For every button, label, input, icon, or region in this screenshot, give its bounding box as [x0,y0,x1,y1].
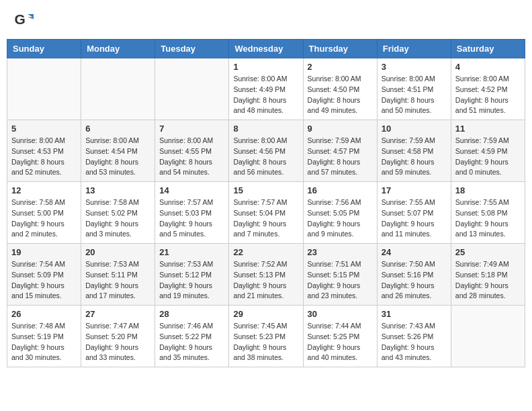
day-number: 28 [159,309,224,319]
day-info: Sunrise: 7:51 AMSunset: 5:15 PMDaylight:… [308,259,373,302]
day-number: 24 [382,247,447,257]
day-number: 1 [233,62,298,72]
day-number: 7 [159,124,224,134]
calendar-day-cell: 2Sunrise: 8:00 AMSunset: 4:50 PMDaylight… [303,58,377,120]
day-info: Sunrise: 7:48 AMSunset: 5:19 PMDaylight:… [11,321,77,363]
day-info: Sunrise: 7:43 AMSunset: 5:26 PMDaylight:… [382,321,447,363]
day-number: 9 [308,124,373,134]
calendar-day-cell: 9Sunrise: 7:59 AMSunset: 4:57 PMDaylight… [303,120,377,182]
day-info: Sunrise: 7:55 AMSunset: 5:08 PMDaylight:… [455,197,521,240]
calendar-day-cell: 14Sunrise: 7:57 AMSunset: 5:03 PMDayligh… [155,182,229,244]
day-number: 2 [308,62,373,72]
day-info: Sunrise: 8:00 AMSunset: 4:52 PMDaylight:… [455,74,521,116]
calendar-week-row: 1Sunrise: 8:00 AMSunset: 4:49 PMDaylight… [7,58,525,120]
day-number: 19 [11,247,77,257]
day-number: 25 [455,247,521,257]
calendar-week-row: 19Sunrise: 7:54 AMSunset: 5:09 PMDayligh… [7,244,525,306]
svg-marker-2 [28,17,34,19]
day-info: Sunrise: 7:57 AMSunset: 5:03 PMDaylight:… [159,197,224,240]
day-number: 13 [85,185,150,195]
day-info: Sunrise: 7:59 AMSunset: 4:59 PMDaylight:… [455,136,521,178]
calendar-day-cell: 23Sunrise: 7:51 AMSunset: 5:15 PMDayligh… [303,244,377,306]
day-number: 17 [382,185,447,195]
day-info: Sunrise: 7:44 AMSunset: 5:25 PMDaylight:… [308,321,373,363]
day-number: 8 [233,124,298,134]
day-info: Sunrise: 7:59 AMSunset: 4:58 PMDaylight:… [382,136,447,178]
calendar-header-row: SundayMondayTuesdayWednesdayThursdayFrid… [7,40,525,58]
day-info: Sunrise: 8:00 AMSunset: 4:56 PMDaylight:… [233,136,298,178]
calendar-day-cell: 20Sunrise: 7:53 AMSunset: 5:11 PMDayligh… [81,244,155,306]
day-info: Sunrise: 8:00 AMSunset: 4:51 PMDaylight:… [382,74,447,116]
calendar-day-cell: 27Sunrise: 7:47 AMSunset: 5:20 PMDayligh… [81,306,155,367]
calendar-day-cell: 16Sunrise: 7:56 AMSunset: 5:05 PMDayligh… [303,182,377,244]
day-number: 5 [11,124,77,134]
day-number: 11 [455,124,521,134]
day-info: Sunrise: 8:00 AMSunset: 4:53 PMDaylight:… [11,136,77,178]
day-info: Sunrise: 7:53 AMSunset: 5:12 PMDaylight:… [159,259,224,302]
day-info: Sunrise: 7:47 AMSunset: 5:20 PMDaylight:… [85,321,150,363]
calendar-week-row: 12Sunrise: 7:58 AMSunset: 5:00 PMDayligh… [7,182,525,244]
day-of-week-header: Thursday [303,40,377,58]
day-number: 3 [382,62,447,72]
day-info: Sunrise: 8:00 AMSunset: 4:50 PMDaylight:… [308,74,373,116]
calendar-day-cell: 15Sunrise: 7:57 AMSunset: 5:04 PMDayligh… [229,182,303,244]
day-of-week-header: Friday [377,40,451,58]
day-info: Sunrise: 7:45 AMSunset: 5:23 PMDaylight:… [233,321,298,363]
day-number: 31 [382,309,447,319]
day-number: 29 [233,309,298,319]
calendar-day-cell: 18Sunrise: 7:55 AMSunset: 5:08 PMDayligh… [451,182,525,244]
svg-marker-1 [28,14,34,17]
day-info: Sunrise: 7:53 AMSunset: 5:11 PMDaylight:… [85,259,150,302]
day-number: 22 [233,247,298,257]
day-info: Sunrise: 8:00 AMSunset: 4:49 PMDaylight:… [233,74,298,116]
day-number: 14 [159,185,224,195]
day-number: 4 [455,62,521,72]
calendar-day-cell: 11Sunrise: 7:59 AMSunset: 4:59 PMDayligh… [451,120,525,182]
calendar-week-row: 26Sunrise: 7:48 AMSunset: 5:19 PMDayligh… [7,306,525,367]
calendar-day-cell: 22Sunrise: 7:52 AMSunset: 5:13 PMDayligh… [229,244,303,306]
calendar-day-cell [451,306,525,367]
day-info: Sunrise: 7:59 AMSunset: 4:57 PMDaylight:… [308,136,373,178]
day-number: 10 [382,124,447,134]
day-info: Sunrise: 7:52 AMSunset: 5:13 PMDaylight:… [233,259,298,302]
day-info: Sunrise: 7:58 AMSunset: 5:02 PMDaylight:… [85,197,150,240]
day-number: 18 [455,185,521,195]
day-number: 12 [11,185,77,195]
day-number: 27 [85,309,150,319]
calendar-day-cell: 12Sunrise: 7:58 AMSunset: 5:00 PMDayligh… [7,182,81,244]
calendar-day-cell: 29Sunrise: 7:45 AMSunset: 5:23 PMDayligh… [229,306,303,367]
calendar-day-cell [81,58,155,120]
logo: G [13,10,36,30]
day-info: Sunrise: 7:58 AMSunset: 5:00 PMDaylight:… [11,197,77,240]
calendar-day-cell: 13Sunrise: 7:58 AMSunset: 5:02 PMDayligh… [81,182,155,244]
day-of-week-header: Sunday [7,40,81,58]
day-info: Sunrise: 8:00 AMSunset: 4:54 PMDaylight:… [85,136,150,178]
day-number: 26 [11,309,77,319]
calendar-day-cell: 30Sunrise: 7:44 AMSunset: 5:25 PMDayligh… [303,306,377,367]
day-of-week-header: Wednesday [229,40,303,58]
calendar-day-cell: 6Sunrise: 8:00 AMSunset: 4:54 PMDaylight… [81,120,155,182]
day-number: 23 [308,247,373,257]
calendar-day-cell: 19Sunrise: 7:54 AMSunset: 5:09 PMDayligh… [7,244,81,306]
logo-icon: G [13,10,34,30]
day-info: Sunrise: 7:55 AMSunset: 5:07 PMDaylight:… [382,197,447,240]
calendar-day-cell: 1Sunrise: 8:00 AMSunset: 4:49 PMDaylight… [229,58,303,120]
calendar-day-cell: 4Sunrise: 8:00 AMSunset: 4:52 PMDaylight… [451,58,525,120]
day-info: Sunrise: 7:57 AMSunset: 5:04 PMDaylight:… [233,197,298,240]
day-number: 20 [85,247,150,257]
calendar-day-cell: 25Sunrise: 7:49 AMSunset: 5:18 PMDayligh… [451,244,525,306]
page-header: G [7,7,525,34]
day-info: Sunrise: 8:00 AMSunset: 4:55 PMDaylight:… [159,136,224,178]
day-number: 16 [308,185,373,195]
day-info: Sunrise: 7:50 AMSunset: 5:16 PMDaylight:… [382,259,447,302]
day-number: 15 [233,185,298,195]
calendar-day-cell [155,58,229,120]
calendar-table: SundayMondayTuesdayWednesdayThursdayFrid… [7,39,525,367]
calendar-day-cell: 10Sunrise: 7:59 AMSunset: 4:58 PMDayligh… [377,120,451,182]
day-info: Sunrise: 7:49 AMSunset: 5:18 PMDaylight:… [455,259,521,302]
calendar-day-cell: 3Sunrise: 8:00 AMSunset: 4:51 PMDaylight… [377,58,451,120]
calendar-day-cell: 5Sunrise: 8:00 AMSunset: 4:53 PMDaylight… [7,120,81,182]
calendar-day-cell: 7Sunrise: 8:00 AMSunset: 4:55 PMDaylight… [155,120,229,182]
calendar-day-cell [7,58,81,120]
day-info: Sunrise: 7:46 AMSunset: 5:22 PMDaylight:… [159,321,224,363]
